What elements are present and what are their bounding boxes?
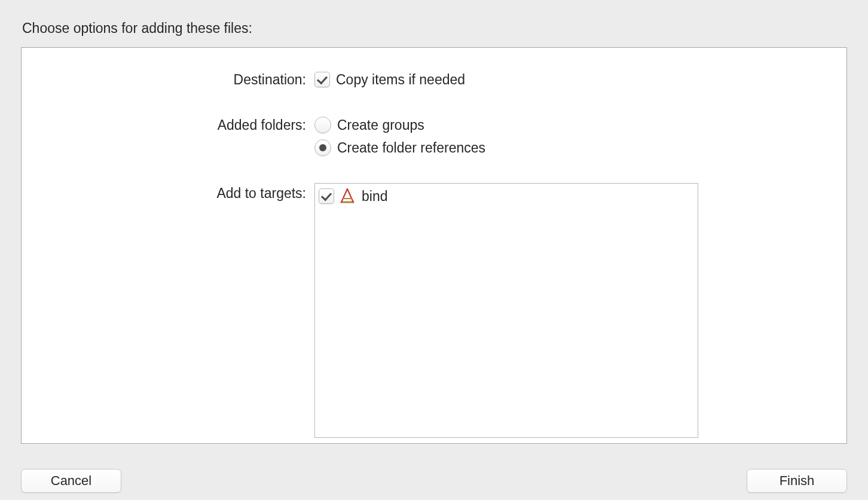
target-row[interactable]: bind [319, 186, 694, 206]
create-groups-option[interactable]: Create groups [314, 115, 829, 135]
create-folder-references-radio[interactable] [314, 139, 331, 156]
create-groups-label: Create groups [337, 117, 424, 133]
destination-row: Destination: Copy items if needed [39, 69, 829, 92]
cancel-button[interactable]: Cancel [21, 469, 121, 493]
svg-line-1 [341, 189, 347, 202]
svg-line-2 [347, 189, 353, 202]
target-name: bind [362, 188, 387, 205]
target-checkbox[interactable] [319, 188, 334, 204]
copy-items-checkbox[interactable] [314, 72, 330, 87]
targets-list[interactable]: bind [314, 183, 698, 438]
add-to-targets-row: Add to targets: bind [39, 183, 829, 438]
copy-items-label: Copy items if needed [336, 72, 465, 88]
added-folders-row: Added folders: Create groups Create fold… [39, 115, 829, 160]
dialog-footer: Cancel Finish [21, 444, 847, 495]
create-folder-references-option[interactable]: Create folder references [314, 138, 829, 158]
added-folders-label: Added folders: [39, 115, 314, 135]
create-groups-radio[interactable] [314, 117, 331, 133]
destination-label: Destination: [39, 69, 314, 90]
copy-items-option[interactable]: Copy items if needed [314, 69, 829, 90]
dialog-title: Choose options for adding these files: [22, 20, 847, 36]
add-to-targets-label: Add to targets: [39, 183, 314, 203]
options-panel: Destination: Copy items if needed Added … [21, 47, 847, 444]
finish-button[interactable]: Finish [747, 469, 847, 493]
add-files-options-dialog: Choose options for adding these files: D… [0, 0, 868, 500]
app-icon [339, 188, 356, 205]
create-folder-references-label: Create folder references [337, 140, 485, 156]
